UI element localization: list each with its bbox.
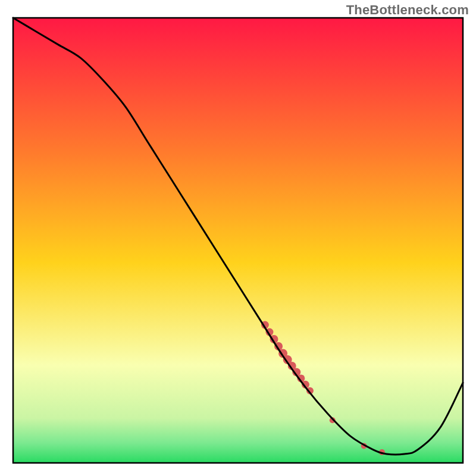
bottleneck-chart [0,0,476,476]
gradient-background [13,18,463,463]
watermark-text: TheBottleneck.com [346,2,469,18]
chart-container: TheBottleneck.com [0,0,476,476]
